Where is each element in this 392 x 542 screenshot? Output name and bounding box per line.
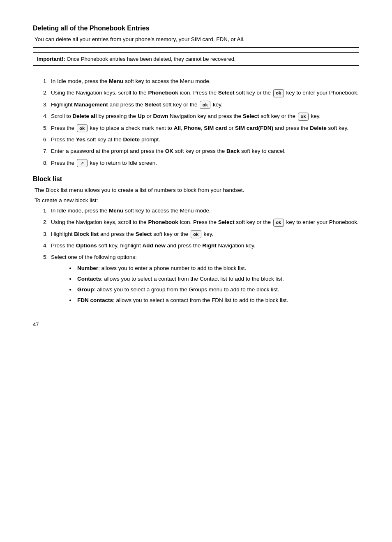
step3-select: Select xyxy=(145,101,161,108)
step6-delete: Delete xyxy=(123,136,140,143)
block-step3-blocklist: Block list xyxy=(74,231,99,237)
bullet-group: Group: allows you to select a group from… xyxy=(76,286,359,294)
bullet-number: Number: allows you to enter a phone numb… xyxy=(76,264,359,272)
step5-simcardfdn: SIM card(FDN) xyxy=(235,125,273,131)
step7-back: Back xyxy=(226,148,240,154)
step5-delete: Delete xyxy=(310,125,327,131)
step4-select: Select xyxy=(243,113,259,119)
step4-down: Down xyxy=(153,113,168,119)
bullet-fdn-label: FDN contacts xyxy=(77,297,113,303)
step2-phonebook: Phonebook xyxy=(148,90,178,96)
block-step1-menu: Menu xyxy=(109,208,123,214)
divider-top xyxy=(33,47,359,48)
block-step-1: In Idle mode, press the Menu soft key to… xyxy=(49,207,359,215)
ok-key-step5: ok xyxy=(77,124,88,132)
block-step-5: Select one of the following options: Num… xyxy=(49,253,359,304)
block-step3-select: Select xyxy=(136,231,152,237)
block-step2-phonebook: Phonebook xyxy=(148,219,178,225)
block-step-3: Highlight Block list and press the Selec… xyxy=(49,230,359,238)
step1-menu: Menu xyxy=(109,78,123,84)
step4-up: Up xyxy=(138,113,145,119)
step5-phone: Phone xyxy=(184,125,201,131)
end-key-step8: ↗ xyxy=(77,159,88,167)
block-step-2: Using the Navigation keys, scroll to the… xyxy=(49,218,359,226)
important-label: Important!: xyxy=(37,56,65,62)
important-text: Once Phonebook entries have been deleted… xyxy=(67,56,235,62)
step7-ok: OK xyxy=(165,148,173,154)
step-2: Using the Navigation keys, scroll to the… xyxy=(49,89,359,97)
ok-key-step3: ok xyxy=(200,101,210,109)
step-3: Highlight Management and press the Selec… xyxy=(49,101,359,109)
section1-title: Deleting all of the Phonebook Entries xyxy=(33,25,359,32)
section2-steps: In Idle mode, press the Menu soft key to… xyxy=(49,207,359,305)
section1-intro: You can delete all your entries from you… xyxy=(33,36,359,42)
section2-title: Block list xyxy=(33,175,359,183)
step4-deleteall: Delete all xyxy=(73,113,97,119)
step-4: Scroll to Delete all by pressing the Up … xyxy=(49,112,359,120)
bullet-contacts-label: Contacts xyxy=(77,276,101,282)
step-8: Press the ↗ key to return to Idle screen… xyxy=(49,159,359,167)
step6-yes: Yes xyxy=(76,136,85,143)
section2-intro: The Block list menu allows you to create… xyxy=(33,187,359,193)
step3-management: Management xyxy=(74,101,108,108)
step5-all: All xyxy=(174,125,181,131)
bullet-number-label: Number xyxy=(77,265,98,271)
section-delete-phonebook: Deleting all of the Phonebook Entries Yo… xyxy=(33,25,359,167)
ok-key-step2: ok xyxy=(273,89,284,97)
bullet-group-label: Group xyxy=(77,286,94,293)
ok-key-block-step2: ok xyxy=(273,219,284,227)
step2-select: Select xyxy=(218,90,235,96)
step-5: Press the ok key to place a check mark n… xyxy=(49,124,359,132)
block-options-list: Number: allows you to enter a phone numb… xyxy=(76,264,359,305)
ok-key-block-step3: ok xyxy=(191,230,201,238)
step-1: In Idle mode, press the Menu soft key to… xyxy=(49,77,359,85)
bullet-fdn-contacts: FDN contacts: allows you to select a con… xyxy=(76,296,359,304)
ok-key-step4: ok xyxy=(298,113,309,121)
step-6: Press the Yes soft key at the Delete pro… xyxy=(49,136,359,144)
section-block-list: Block list The Block list menu allows yo… xyxy=(33,175,359,305)
bullet-contacts: Contacts: allows you to select a contact… xyxy=(76,275,359,283)
block-step4-right: Right xyxy=(202,242,217,249)
block-step4-options: Options xyxy=(76,242,97,249)
page-number: 47 xyxy=(33,321,359,328)
block-step-4: Press the Options soft key, highlight Ad… xyxy=(49,242,359,250)
block-step2-select: Select xyxy=(218,219,235,225)
step5-simcard: SIM card xyxy=(204,125,227,131)
step-7: Enter a password at the prompt and press… xyxy=(49,147,359,155)
important-box: Important!: Once Phonebook entries have … xyxy=(33,52,359,66)
section1-steps: In Idle mode, press the Menu soft key to… xyxy=(49,77,359,167)
section2-create-label: To create a new block list: xyxy=(33,197,359,203)
block-step4-addnew: Add new xyxy=(143,242,166,249)
divider-bottom xyxy=(33,73,359,73)
